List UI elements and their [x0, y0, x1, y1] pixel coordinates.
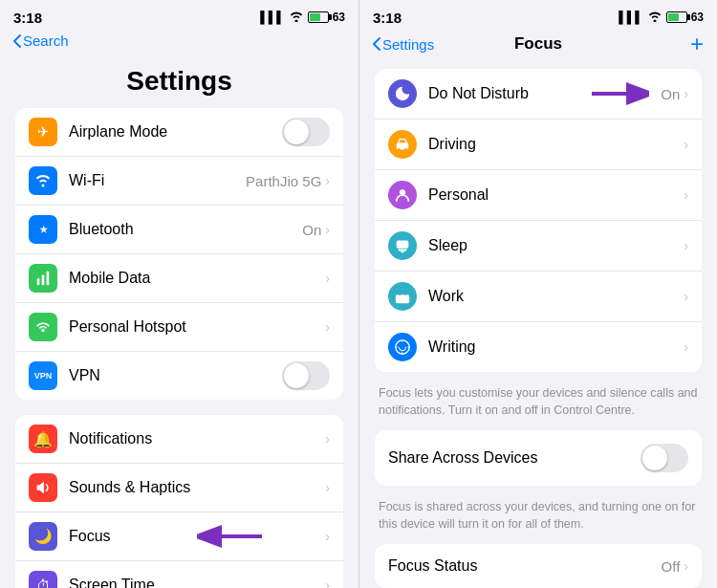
wifi-icon: [289, 11, 304, 25]
right-page-title: Focus: [514, 34, 562, 54]
hotspot-label: Personal Hotspot: [69, 318, 325, 336]
bluetooth-label: Bluetooth: [69, 221, 302, 238]
right-scroll-content[interactable]: Do Not Disturb On › Driv: [359, 61, 717, 588]
svg-rect-0: [37, 278, 40, 285]
bluetooth-chevron: ›: [325, 222, 330, 237]
svg-rect-2: [47, 272, 50, 285]
sounds-chevron: ›: [325, 480, 330, 495]
wifi-value: ParthJio 5G: [246, 173, 321, 189]
battery-icon: [308, 11, 329, 23]
work-icon: [388, 282, 417, 311]
focus-arrow: [197, 522, 264, 551]
dnd-chevron: ›: [684, 86, 688, 101]
notifications-icon: 🔔: [29, 425, 57, 453]
right-battery-percent: 63: [691, 11, 704, 24]
screentime-icon: ⏱: [29, 571, 57, 588]
sounds-label: Sounds & Haptics: [69, 479, 325, 496]
left-time: 3:18: [13, 10, 42, 26]
share-toggle[interactable]: [641, 444, 688, 472]
left-scroll-content[interactable]: Settings ✈ Airplane Mode Wi-Fi ParthJio …: [0, 54, 358, 588]
left-nav-bar: Search: [0, 31, 358, 54]
vpn-toggle[interactable]: [282, 361, 330, 390]
share-label: Share Across Devices: [388, 449, 641, 467]
personal-chevron: ›: [684, 187, 688, 203]
apps-group: 🔔 Notifications › Sounds & Haptics › 🌙 F…: [15, 415, 343, 588]
mobiledata-icon: [29, 264, 57, 293]
right-panel: 3:18 ▌▌▌ 63 Settings Focus +: [358, 0, 717, 588]
vpn-icon: VPN: [29, 361, 57, 390]
wifi-chevron: ›: [325, 173, 330, 188]
mobiledata-row[interactable]: Mobile Data ›: [15, 254, 343, 303]
notifications-row[interactable]: 🔔 Notifications ›: [15, 415, 343, 464]
bluetooth-icon: ⭒: [29, 215, 57, 244]
airplane-toggle[interactable]: [282, 118, 330, 146]
focus-row[interactable]: 🌙 Focus ›: [15, 512, 343, 561]
right-battery-icon: [666, 11, 687, 23]
svg-rect-8: [397, 241, 409, 249]
svg-point-5: [398, 148, 401, 151]
wifi-row[interactable]: Wi-Fi ParthJio 5G ›: [15, 157, 343, 206]
mobiledata-chevron: ›: [325, 271, 330, 286]
personal-label: Personal: [428, 186, 684, 204]
notifications-chevron: ›: [325, 431, 330, 446]
hotspot-row[interactable]: Personal Hotspot ›: [15, 303, 343, 352]
driving-label: Driving: [428, 136, 684, 153]
svg-point-6: [404, 148, 407, 151]
airplane-icon: ✈: [29, 118, 57, 146]
focus-list: Do Not Disturb On › Driv: [375, 69, 702, 372]
add-focus-button[interactable]: +: [690, 33, 704, 55]
share-description: Focus is shared across your devices, and…: [375, 493, 702, 544]
airplane-mode-row[interactable]: ✈ Airplane Mode: [15, 108, 343, 157]
work-row[interactable]: Work ›: [375, 272, 702, 322]
signal-icon: ▌▌▌: [260, 11, 285, 24]
vpn-row[interactable]: VPN VPN: [15, 352, 343, 400]
personal-row[interactable]: Personal ›: [375, 170, 702, 221]
writing-chevron: ›: [684, 339, 688, 355]
connectivity-group: ✈ Airplane Mode Wi-Fi ParthJio 5G › ⭒: [15, 108, 343, 400]
status-row[interactable]: Focus Status Off ›: [375, 544, 702, 588]
do-not-disturb-row[interactable]: Do Not Disturb On ›: [375, 69, 702, 120]
screentime-row[interactable]: ⏱ Screen Time ›: [15, 561, 343, 588]
svg-rect-9: [399, 250, 407, 251]
focus-info-text: Focus lets you customise your devices an…: [375, 380, 702, 430]
svg-rect-1: [42, 274, 45, 285]
status-label: Focus Status: [388, 557, 662, 575]
dnd-value: On: [661, 86, 680, 102]
right-time: 3:18: [373, 10, 402, 26]
right-signal-icon: ▌▌▌: [619, 11, 643, 24]
svg-rect-4: [397, 142, 409, 149]
wifi-label: Wi-Fi: [69, 172, 246, 189]
right-nav-bar: Settings Focus +: [359, 31, 717, 61]
driving-icon: [388, 130, 417, 159]
airplane-label: Airplane Mode: [69, 123, 282, 141]
sleep-label: Sleep: [428, 237, 684, 254]
hotspot-icon: [29, 313, 57, 341]
right-status-bar: 3:18 ▌▌▌ 63: [359, 0, 717, 31]
status-section: Focus Status Off ›: [375, 544, 702, 588]
share-row[interactable]: Share Across Devices: [375, 430, 702, 486]
driving-chevron: ›: [684, 137, 688, 152]
sleep-row[interactable]: Sleep ›: [375, 221, 702, 272]
dnd-icon: [388, 79, 417, 108]
writing-row[interactable]: Writing ›: [375, 322, 702, 372]
work-chevron: ›: [684, 289, 688, 304]
focus-chevron: ›: [325, 529, 330, 544]
sounds-row[interactable]: Sounds & Haptics ›: [15, 464, 343, 512]
sounds-icon: [29, 473, 57, 502]
screentime-chevron: ›: [325, 577, 330, 588]
writing-icon: [388, 333, 417, 361]
left-status-icons: ▌▌▌ 63: [260, 11, 345, 25]
right-back-button[interactable]: Settings: [373, 36, 434, 53]
right-status-icons: ▌▌▌ 63: [619, 11, 704, 25]
wifi-row-icon: [29, 166, 57, 195]
left-panel: 3:18 ▌▌▌ 63 Search Settings ✈: [0, 0, 358, 588]
right-wifi-icon: [647, 11, 663, 25]
bluetooth-row[interactable]: ⭒ Bluetooth On ›: [15, 206, 343, 254]
left-back-button[interactable]: Search: [13, 33, 69, 49]
sleep-icon: [388, 231, 417, 260]
status-chevron: ›: [684, 558, 688, 574]
driving-row[interactable]: Driving ›: [375, 120, 702, 170]
writing-label: Writing: [428, 338, 684, 356]
bluetooth-value: On: [302, 222, 321, 238]
notifications-label: Notifications: [69, 430, 325, 447]
